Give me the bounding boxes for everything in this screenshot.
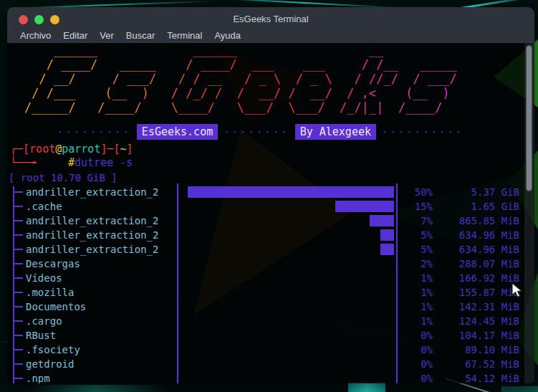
directory-name: andriller_extraction_2 xyxy=(26,185,173,199)
tree-branch-icon xyxy=(13,249,23,250)
directory-name: andriller_extraction_2 xyxy=(26,228,173,242)
usage-percent: 1% xyxy=(383,314,433,328)
directory-name: Documentos xyxy=(26,300,173,314)
wallpaper-bottom-strip xyxy=(0,383,538,392)
window-header: EsGeeks Terminal Archivo Editar Ver Busc… xyxy=(7,7,534,43)
menu-item-ver[interactable]: Ver xyxy=(100,30,114,41)
tree-branch-icon xyxy=(13,234,23,236)
prompt-bracket: ]─[ xyxy=(100,143,120,156)
usage-percent: 1% xyxy=(383,300,433,314)
usage-percent: 50% xyxy=(383,185,433,199)
desktop: { "window": { "title": "EsGeeks Terminal… xyxy=(0,0,538,392)
usage-percent: 2% xyxy=(383,257,433,271)
dutree-row: .cargo 1% 124.45 MiB xyxy=(7,314,534,328)
dots-decoration: ·········· xyxy=(382,125,463,139)
usage-size: 89.10 MiB xyxy=(426,343,519,357)
usage-percent: 1% xyxy=(383,285,433,300)
usage-percent: 5% xyxy=(383,242,433,257)
prompt-line-2: └──╼ xyxy=(10,156,36,170)
tree-branch-icon xyxy=(13,306,23,307)
titlebar[interactable]: EsGeeks Terminal xyxy=(7,7,534,27)
usage-size: 5.37 GiB xyxy=(426,185,519,199)
tree-branch-icon xyxy=(13,292,23,293)
usage-size: 67.52 MiB xyxy=(426,357,519,371)
dutree-root-header: [ root 10.70 GiB ] xyxy=(9,171,117,185)
usage-size: 155.87 MiB xyxy=(426,285,519,300)
usage-size: 634.96 MiB xyxy=(426,228,519,242)
dutree-row: RBust 0% 104.17 MiB xyxy=(7,328,534,343)
scrollbar[interactable] xyxy=(524,43,534,383)
usage-percent: 7% xyxy=(383,214,433,228)
banner-byline: ········· EsGeeks.com ········ By Alexge… xyxy=(57,125,463,139)
usage-percent: 0% xyxy=(383,357,433,371)
usage-percent: 5% xyxy=(383,228,433,242)
prompt-bracket: ] xyxy=(127,143,133,156)
dutree-row: .cache 15% 1.65 GiB xyxy=(7,199,534,214)
usage-size: 288.07 MiB xyxy=(426,257,519,271)
directory-name: .mozilla xyxy=(26,285,173,300)
menu-item-archivo[interactable]: Archivo xyxy=(20,30,51,41)
usage-percent: 0% xyxy=(383,371,433,383)
usage-size: 104.17 MiB xyxy=(426,328,519,343)
command-text: #dutree -s xyxy=(68,156,133,170)
usage-size: 634.96 MiB xyxy=(426,242,519,257)
window-title: EsGeeks Terminal xyxy=(7,14,534,24)
tree-branch-icon xyxy=(13,191,23,193)
terminal-window: EsGeeks Terminal Archivo Editar Ver Busc… xyxy=(7,7,534,383)
tree-branch-icon xyxy=(13,378,23,379)
dutree-row: Documentos 1% 142.31 MiB xyxy=(7,300,534,314)
usage-size: 1.65 GiB xyxy=(426,199,519,214)
directory-name: .npm xyxy=(26,371,173,383)
menu-item-editar[interactable]: Editar xyxy=(63,30,87,41)
prompt-path: ~ xyxy=(120,143,127,156)
site-label: EsGeeks.com xyxy=(137,124,218,140)
dutree-row: .fsociety 0% 89.10 MiB xyxy=(7,343,534,357)
dutree-row: andriller_extraction_2 5% 634.96 MiB xyxy=(7,228,534,242)
usage-size: 142.31 MiB xyxy=(426,300,519,314)
command-value: dutree -s xyxy=(75,156,133,169)
usage-size: 865.85 MiB xyxy=(426,214,519,228)
dots-decoration: ········· xyxy=(57,125,131,139)
dots-decoration: ········ xyxy=(224,125,289,139)
tree-branch-icon xyxy=(13,349,23,350)
prompt-bracket: ┌─[ xyxy=(10,143,29,156)
command-hash: # xyxy=(68,156,75,169)
prompt-line-1: ┌─[root@parrot]─[~] xyxy=(10,142,133,156)
directory-name: getdroid xyxy=(26,357,173,371)
prompt-at: @ xyxy=(55,143,62,156)
prompt-host: parrot xyxy=(62,143,100,156)
usage-percent: 15% xyxy=(383,199,433,214)
prompt-user: root xyxy=(29,143,55,156)
dutree-row: .mozilla 1% 155.87 MiB xyxy=(7,285,534,300)
dutree-row: Descargas 2% 288.07 MiB xyxy=(7,257,534,271)
author-label: By Alexgeek xyxy=(295,124,376,140)
tree-branch-icon xyxy=(13,320,23,322)
wallpaper-glow xyxy=(29,385,165,392)
prompt-arrow: └──╼ xyxy=(10,156,36,169)
tree-branch-icon xyxy=(13,335,23,336)
dutree-row: .npm 0% 54.12 MiB xyxy=(7,371,534,383)
directory-name: Vídeos xyxy=(26,271,173,285)
usage-size: 124.45 MiB xyxy=(426,314,519,328)
dutree-row: andriller_extraction_2 5% 634.96 MiB xyxy=(7,242,534,257)
directory-name: .fsociety xyxy=(26,343,173,357)
menu-item-buscar[interactable]: Buscar xyxy=(126,30,155,41)
dutree-row: getdroid 0% 67.52 MiB xyxy=(7,357,534,371)
directory-name: .cache xyxy=(26,199,173,214)
menu-bar: Archivo Editar Ver Buscar Terminal Ayuda xyxy=(7,27,534,43)
menu-item-ayuda[interactable]: Ayuda xyxy=(214,30,241,41)
menu-item-terminal[interactable]: Terminal xyxy=(167,30,202,41)
terminal-content[interactable]: ______ ______ __ / ____/ _____ / ____/ _… xyxy=(7,43,534,383)
scrollbar-thumb[interactable] xyxy=(526,45,532,191)
tree-branch-icon xyxy=(13,206,23,207)
directory-name: Descargas xyxy=(26,257,173,271)
directory-name: andriller_extraction_2 xyxy=(26,214,173,228)
ascii-banner-text: ______ ______ __ / ____/ _____ / ____/ _… xyxy=(24,43,457,115)
usage-size: 54.12 MiB xyxy=(426,371,519,383)
wallpaper-glow xyxy=(348,383,385,392)
directory-name: andriller_extraction_2 xyxy=(26,242,173,257)
usage-percent: 0% xyxy=(383,328,433,343)
mouse-cursor-icon xyxy=(511,282,524,300)
tree-branch-icon xyxy=(13,363,23,365)
tree-branch-icon xyxy=(13,263,23,264)
